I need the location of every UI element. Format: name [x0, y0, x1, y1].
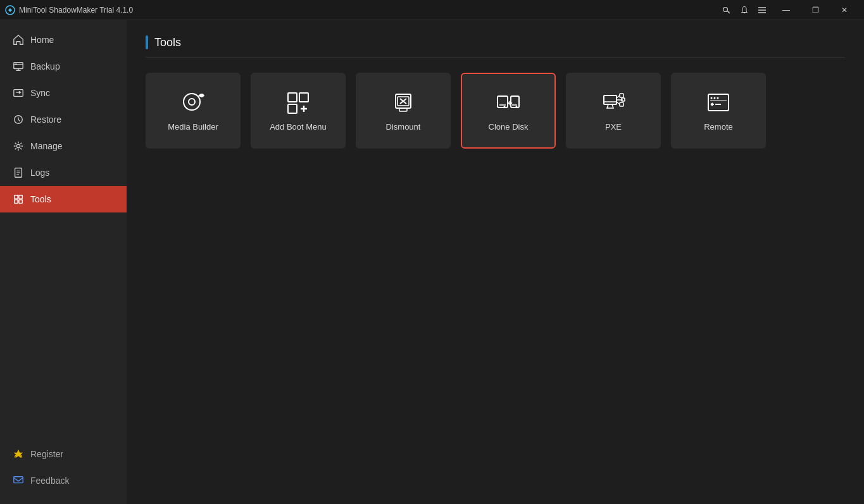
backup-icon	[13, 61, 24, 72]
svg-rect-5	[14, 63, 23, 69]
sidebar-item-feedback[interactable]: Feedback	[0, 467, 127, 494]
svg-rect-40	[620, 94, 623, 97]
app-title: MiniTool ShadowMaker Trial 4.1.0	[19, 6, 133, 15]
tool-card-label-remote: Remote	[704, 122, 733, 132]
sidebar-bottom: Register Feedback	[0, 441, 127, 504]
svg-rect-38	[604, 95, 617, 104]
svg-rect-24	[288, 104, 297, 113]
app-logo: MiniTool ShadowMaker Trial 4.1.0	[5, 5, 133, 15]
manage-icon	[13, 140, 24, 152]
tool-card-remote[interactable]: Remote	[671, 73, 766, 149]
minimize-button[interactable]: —	[772, 0, 801, 20]
sidebar-item-home[interactable]: Home	[0, 27, 127, 53]
svg-rect-18	[19, 200, 22, 203]
content-area: Tools Media Builder	[127, 20, 864, 504]
sidebar-label-register: Register	[30, 449, 63, 459]
sidebar-label-backup: Backup	[30, 61, 60, 71]
tool-card-label-media-builder: Media Builder	[168, 122, 218, 132]
register-icon	[13, 448, 24, 460]
svg-rect-41	[622, 98, 625, 101]
titlebar-controls: — ❐ ✕	[772, 0, 859, 20]
tool-card-label-dismount: Dismount	[386, 122, 421, 132]
svg-point-46	[717, 97, 719, 99]
sidebar-item-register[interactable]: Register	[0, 441, 127, 467]
sidebar-item-logs[interactable]: Logs	[0, 159, 127, 186]
logs-icon	[13, 167, 24, 178]
svg-rect-22	[288, 93, 297, 102]
sidebar-label-manage: Manage	[30, 141, 63, 151]
svg-rect-31	[399, 108, 407, 111]
sidebar-item-backup[interactable]: Backup	[0, 53, 127, 80]
page-title-accent	[146, 35, 148, 49]
tool-card-add-boot-menu[interactable]: Add Boot Menu	[251, 73, 346, 149]
page-title-bar: Tools	[146, 35, 845, 58]
bell-icon[interactable]	[740, 6, 749, 15]
tools-icon	[13, 194, 24, 205]
clone-disk-icon	[496, 90, 521, 116]
tool-card-label-add-boot-menu: Add Boot Menu	[270, 122, 327, 132]
svg-rect-19	[14, 477, 23, 483]
sidebar-label-sync: Sync	[30, 88, 50, 98]
tool-card-label-pxe: PXE	[605, 122, 622, 132]
svg-point-10	[16, 144, 20, 147]
tool-card-label-clone-disk: Clone Disk	[489, 122, 529, 132]
svg-rect-7	[16, 64, 17, 65]
sidebar-item-manage[interactable]: Manage	[0, 133, 127, 159]
svg-point-44	[711, 97, 713, 99]
svg-rect-17	[15, 200, 18, 203]
titlebar-icons	[722, 6, 767, 15]
svg-point-34	[504, 106, 506, 108]
svg-rect-23	[299, 93, 308, 102]
sidebar-label-restore: Restore	[30, 114, 61, 125]
page-title: Tools	[154, 36, 181, 49]
svg-rect-42	[620, 102, 623, 106]
svg-rect-15	[15, 195, 18, 199]
sidebar-item-sync[interactable]: Sync	[0, 80, 127, 106]
tool-card-dismount[interactable]: Dismount	[356, 73, 451, 149]
sidebar-item-tools[interactable]: Tools	[0, 186, 127, 212]
key-icon[interactable]	[722, 6, 731, 15]
menu-icon[interactable]	[758, 6, 767, 15]
svg-rect-43	[708, 94, 729, 111]
sidebar-label-home: Home	[30, 35, 54, 45]
add-boot-menu-icon	[285, 90, 311, 116]
titlebar: MiniTool ShadowMaker Trial 4.1.0 — ❐ ✕	[0, 0, 864, 20]
tool-card-clone-disk[interactable]: Clone Disk	[461, 73, 556, 149]
svg-rect-32	[498, 96, 508, 108]
svg-point-21	[189, 99, 195, 105]
media-builder-icon	[180, 90, 206, 116]
sidebar: Home Backup Sync	[0, 20, 127, 504]
restore-button[interactable]: ❐	[801, 0, 830, 20]
svg-rect-16	[19, 195, 22, 199]
sidebar-label-feedback: Feedback	[30, 476, 69, 486]
svg-rect-8	[14, 90, 23, 97]
dismount-icon	[391, 90, 416, 116]
sidebar-label-tools: Tools	[30, 194, 51, 204]
sidebar-item-restore[interactable]: Restore	[0, 106, 127, 133]
tools-grid: Media Builder Add Boot Menu	[146, 73, 845, 149]
pxe-icon	[601, 90, 626, 116]
svg-rect-35	[511, 96, 519, 108]
main-layout: Home Backup Sync	[0, 20, 864, 504]
svg-point-45	[714, 97, 716, 99]
svg-point-20	[184, 94, 200, 110]
tool-card-pxe[interactable]: PXE	[566, 73, 661, 149]
restore-icon	[13, 114, 24, 125]
feedback-icon	[13, 475, 24, 486]
svg-point-37	[516, 106, 518, 108]
tool-card-media-builder[interactable]: Media Builder	[146, 73, 241, 149]
remote-icon	[706, 90, 731, 116]
sidebar-label-logs: Logs	[30, 168, 49, 178]
home-icon	[13, 34, 24, 46]
close-button[interactable]: ✕	[830, 0, 859, 20]
sidebar-nav: Home Backup Sync	[0, 27, 127, 441]
sync-icon	[13, 87, 24, 99]
